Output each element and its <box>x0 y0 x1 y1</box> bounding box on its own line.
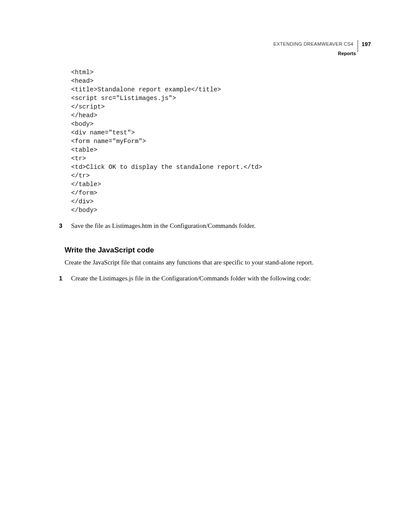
code-line: <script src="Listimages.js"> <box>71 95 176 102</box>
code-line: <body> <box>71 121 93 128</box>
page-header: EXTENDING DREAMWEAVER CS4 197 Reports <box>274 38 371 56</box>
code-line: <div name="test"> <box>71 129 135 136</box>
code-line: <table> <box>71 146 97 153</box>
step-3: 3 Save the file as Listimages.htm in the… <box>65 221 371 230</box>
code-line: </head> <box>71 112 97 119</box>
section-heading: Write the JavaScript code <box>65 246 371 255</box>
code-line: </div> <box>71 198 93 205</box>
step-text: Save the file as Listimages.htm in the C… <box>71 221 255 230</box>
code-line: </form> <box>71 190 97 196</box>
step-text: Create the Listimages.js file in the Con… <box>71 274 311 283</box>
header-top-row: EXTENDING DREAMWEAVER CS4 197 <box>274 38 371 50</box>
code-line: </body> <box>71 207 97 214</box>
code-line: </tr> <box>71 172 90 179</box>
code-line: <head> <box>71 78 93 84</box>
code-line: </table> <box>71 181 101 188</box>
code-line: <title>Standalone report example</title> <box>71 86 221 93</box>
code-line: <html> <box>71 69 93 76</box>
step-number: 1 <box>59 275 65 282</box>
code-line: <td>Click OK to display the standalone r… <box>71 164 262 171</box>
step-1: 1 Create the Listimages.js file in the C… <box>65 274 371 283</box>
header-title: EXTENDING DREAMWEAVER CS4 <box>274 41 357 47</box>
page-content: <html> <head> <title>Standalone report e… <box>65 68 371 283</box>
code-block: <html> <head> <title>Standalone report e… <box>71 68 371 215</box>
section-paragraph: Create the JavaScript file that contains… <box>65 258 371 267</box>
header-page-number: 197 <box>359 41 371 47</box>
header-section: Reports <box>274 51 371 56</box>
step-number: 3 <box>59 222 65 229</box>
code-line: <form name="myForm"> <box>71 138 146 145</box>
code-line: </script> <box>71 103 105 110</box>
header-divider <box>358 40 358 52</box>
code-line: <tr> <box>71 155 86 162</box>
